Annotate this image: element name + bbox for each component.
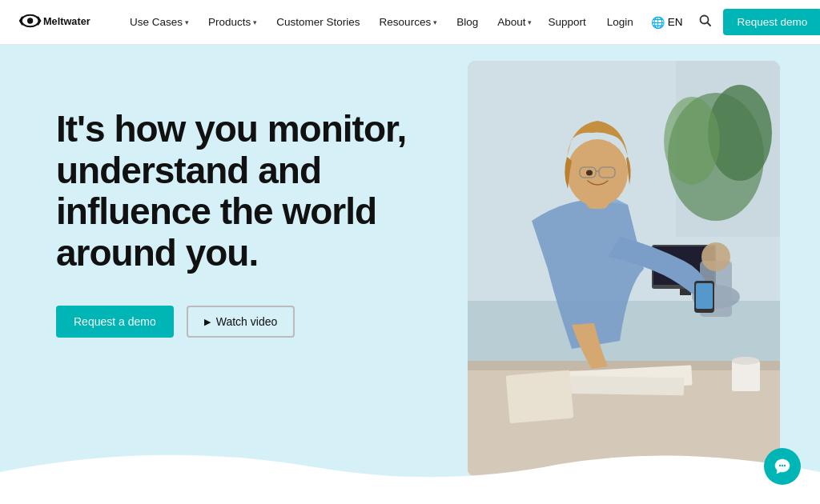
nav-resources[interactable]: Resources ▾ xyxy=(372,11,446,33)
hero-title: It's how you monitor, understand and inf… xyxy=(56,109,416,274)
request-demo-nav-button[interactable]: Request demo xyxy=(723,9,820,35)
search-icon[interactable] xyxy=(693,10,718,34)
nav-about[interactable]: About ▾ xyxy=(489,11,540,33)
svg-point-9 xyxy=(664,97,720,185)
chat-button[interactable] xyxy=(764,448,801,485)
logo[interactable]: Meltwater xyxy=(19,10,99,35)
watch-video-button[interactable]: ▶ Watch video xyxy=(187,306,295,338)
globe-icon: 🌐 xyxy=(651,16,665,29)
logo-icon: Meltwater xyxy=(19,10,99,35)
nav-links-left: Use Cases ▾ Products ▾ Customer Stories … xyxy=(122,11,540,33)
play-icon: ▶ xyxy=(204,317,211,327)
products-chevron-icon: ▾ xyxy=(253,18,257,26)
nav-customer-stories[interactable]: Customer Stories xyxy=(268,11,368,33)
nav-language[interactable]: 🌐 EN xyxy=(646,11,688,34)
resources-chevron-icon: ▾ xyxy=(433,18,437,26)
svg-point-34 xyxy=(784,465,786,466)
nav-use-cases[interactable]: Use Cases ▾ xyxy=(122,11,197,33)
hero-content: It's how you monitor, understand and inf… xyxy=(0,45,416,338)
svg-rect-30 xyxy=(732,361,760,391)
svg-point-17 xyxy=(701,242,730,271)
svg-text:Meltwater: Meltwater xyxy=(43,15,90,27)
nav-blog[interactable]: Blog xyxy=(448,11,486,33)
svg-rect-20 xyxy=(696,283,713,309)
nav-products[interactable]: Products ▾ xyxy=(200,11,265,33)
nav-support[interactable]: Support xyxy=(540,11,593,33)
svg-point-1 xyxy=(27,18,33,23)
svg-point-32 xyxy=(779,465,781,466)
nav-login[interactable]: Login xyxy=(599,11,641,33)
svg-point-33 xyxy=(782,465,783,466)
svg-point-26 xyxy=(586,170,593,176)
use-cases-chevron-icon: ▾ xyxy=(185,18,189,26)
svg-point-31 xyxy=(732,357,759,365)
nav-links-right: Support Login 🌐 EN Request demo xyxy=(540,9,820,35)
hero-image xyxy=(468,61,780,477)
svg-rect-28 xyxy=(556,376,684,396)
hero-section: It's how you monitor, understand and inf… xyxy=(0,45,820,504)
about-chevron-icon: ▾ xyxy=(528,18,532,26)
hero-buttons: Request a demo ▶ Watch video xyxy=(56,306,416,338)
svg-rect-29 xyxy=(506,370,574,424)
request-demo-hero-button[interactable]: Request a demo xyxy=(56,306,174,338)
hero-wave xyxy=(0,440,820,504)
navbar: Meltwater Use Cases ▾ Products ▾ Custome… xyxy=(0,0,820,45)
svg-point-22 xyxy=(567,139,628,206)
